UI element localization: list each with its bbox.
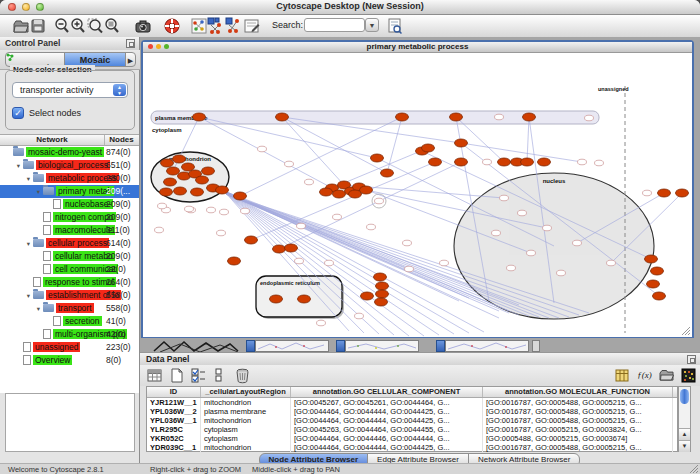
table-row[interactable]: YJR121W__1mitochondrion[GO:0045267, GO:0…: [147, 398, 677, 407]
network-graph[interactable]: plasma membrane cytoplasm mitochondrion …: [143, 53, 692, 337]
dropdown-stepper-icon[interactable]: ▲▼: [113, 84, 126, 96]
table-row[interactable]: YPL036W__1mitochondrion[GO:0044464, GO:0…: [147, 416, 677, 425]
node-transporter[interactable]: [276, 113, 289, 121]
tree-row[interactable]: cellular metabo209(0): [0, 250, 139, 263]
node-transporter[interactable]: [320, 188, 333, 196]
table-cell[interactable]: [GO:0045267, GO:0045261, GO:0044464, G..…: [291, 398, 483, 407]
node-transporter[interactable]: [298, 295, 311, 303]
node-transporter[interactable]: [273, 245, 286, 253]
node-unmatched[interactable]: [317, 320, 326, 326]
tree-expand-icon[interactable]: ▾: [24, 172, 33, 185]
node-transporter[interactable]: [523, 113, 536, 121]
node-transporter[interactable]: [161, 159, 174, 167]
node-unmatched[interactable]: [607, 260, 616, 266]
minimized-window-icon[interactable]: [246, 340, 255, 352]
scroll-up-icon[interactable]: ▲: [679, 428, 690, 440]
tree-row[interactable]: multi-organism pro42(0): [0, 328, 139, 341]
node-unmatched[interactable]: [500, 195, 509, 201]
node-transporter[interactable]: [371, 154, 384, 162]
tree-row[interactable]: Overview8(0): [0, 354, 139, 367]
node-transporter[interactable]: [396, 113, 409, 121]
node-unmatched[interactable]: [217, 230, 226, 236]
tree-row[interactable]: response to stimul264(0): [0, 276, 139, 289]
float-data-panel-icon[interactable]: [687, 355, 696, 364]
node-transporter[interactable]: [374, 273, 387, 281]
table-cell[interactable]: [GO:0045263, GO:0044464, GO:0044455, G..…: [291, 425, 483, 434]
node-transporter[interactable]: [361, 292, 374, 300]
snapshot-camera-icon[interactable]: [134, 17, 152, 35]
tree-row[interactable]: ▾establishment of lo558(0): [0, 289, 139, 302]
attribute-select-icon[interactable]: [146, 367, 163, 384]
node-transporter[interactable]: [653, 292, 666, 300]
node-unmatched[interactable]: [578, 159, 587, 165]
node-unmatched[interactable]: [403, 240, 412, 246]
search-input[interactable]: [304, 18, 365, 32]
network-window-titlebar[interactable]: primary metabolic process: [143, 42, 692, 53]
node-transporter[interactable]: [270, 295, 283, 303]
node-transporter[interactable]: [174, 187, 187, 195]
node-transporter[interactable]: [234, 192, 247, 200]
node-transporter[interactable]: [455, 139, 468, 147]
table-cell[interactable]: mitochondrion: [201, 443, 291, 452]
node-unmatched[interactable]: [507, 265, 516, 271]
node-unmatched[interactable]: [483, 159, 492, 165]
node-transporter[interactable]: [658, 189, 671, 197]
node-transporter[interactable]: [333, 190, 346, 198]
minimized-window-preview[interactable]: [445, 340, 529, 352]
table-row[interactable]: YKR052Ccytoplasm[GO:0044464, GO:0044446,…: [147, 434, 677, 443]
node-transporter[interactable]: [202, 167, 215, 175]
unselect-attributes-icon[interactable]: [212, 367, 229, 384]
table-cell[interactable]: [GO:0016787, GO:0005488, GO:0005215, G..…: [483, 407, 673, 416]
node-unmatched[interactable]: [595, 160, 604, 166]
search-config-icon[interactable]: [386, 17, 404, 35]
inner-resize-grip[interactable]: [681, 326, 691, 336]
tree-row[interactable]: nucleobase-209(0): [0, 198, 139, 211]
table-cell[interactable]: [GO:0044464, GO:0044444, GO:0044425, G..…: [291, 416, 483, 425]
minimized-window-icon[interactable]: [336, 340, 345, 352]
node-transporter[interactable]: [521, 158, 534, 166]
node-transporter[interactable]: [167, 167, 180, 175]
node-transporter[interactable]: [216, 186, 229, 194]
table-cell[interactable]: YPL036W__2: [147, 407, 201, 416]
tree-column-nodes[interactable]: Nodes: [104, 135, 139, 145]
node-unmatched[interactable]: [492, 230, 501, 236]
table-column-header[interactable]: annotation.GO MOLECULAR_FUNCTION: [483, 387, 673, 397]
node-transporter[interactable]: [376, 290, 389, 298]
network-view-window[interactable]: primary metabolic process plasma membran…: [141, 40, 694, 338]
node-unmatched[interactable]: [295, 258, 304, 264]
scrollbar-thumb[interactable]: [680, 389, 689, 404]
table-column-header[interactable]: _cellularLayoutRegion: [201, 387, 291, 397]
edge[interactable]: [282, 117, 387, 173]
table-cell[interactable]: YLR295C: [147, 425, 201, 434]
table-cell[interactable]: YKR052C: [147, 434, 201, 443]
table-cell[interactable]: [GO:0005488, GO:0005215, GO:0003674]: [483, 434, 673, 443]
node-transporter[interactable]: [645, 255, 658, 263]
node-transporter[interactable]: [422, 144, 435, 152]
attribute-matrix-icon[interactable]: [680, 367, 697, 384]
node-transporter[interactable]: [647, 280, 660, 288]
help-lifesaver-icon[interactable]: [163, 17, 181, 35]
table-row[interactable]: YPL036W__2plasma membrane[GO:0044464, GO…: [147, 407, 677, 416]
node-unmatched[interactable]: [375, 198, 384, 204]
zoom-selected-icon[interactable]: [86, 17, 104, 35]
node-unmatched[interactable]: [333, 214, 342, 220]
node-transporter[interactable]: [196, 176, 209, 184]
node-unmatched[interactable]: [325, 260, 334, 266]
tree-column-network[interactable]: Network: [0, 135, 105, 145]
table-cell[interactable]: YPL036W__1: [147, 416, 201, 425]
node-transporter[interactable]: [360, 186, 373, 194]
float-panel-icon[interactable]: [126, 39, 135, 48]
node-transporter[interactable]: [381, 169, 394, 177]
node-transporter[interactable]: [193, 113, 206, 121]
node-transporter[interactable]: [375, 298, 388, 306]
search-dropdown-icon[interactable]: ▼: [365, 18, 379, 32]
table-scrollbar[interactable]: ▲ ▼: [678, 386, 691, 452]
zoom-in-icon[interactable]: [69, 17, 87, 35]
tree-expand-icon[interactable]: ▾: [24, 289, 33, 302]
table-cell[interactable]: YDR039C__1: [147, 443, 201, 452]
node-unmatched[interactable]: [527, 250, 536, 256]
minimized-window-stub[interactable]: [532, 340, 540, 352]
zoom-fit-icon[interactable]: [103, 17, 121, 35]
tree-row[interactable]: macromolecule311(0): [0, 224, 139, 237]
save-session-icon[interactable]: [29, 17, 47, 35]
